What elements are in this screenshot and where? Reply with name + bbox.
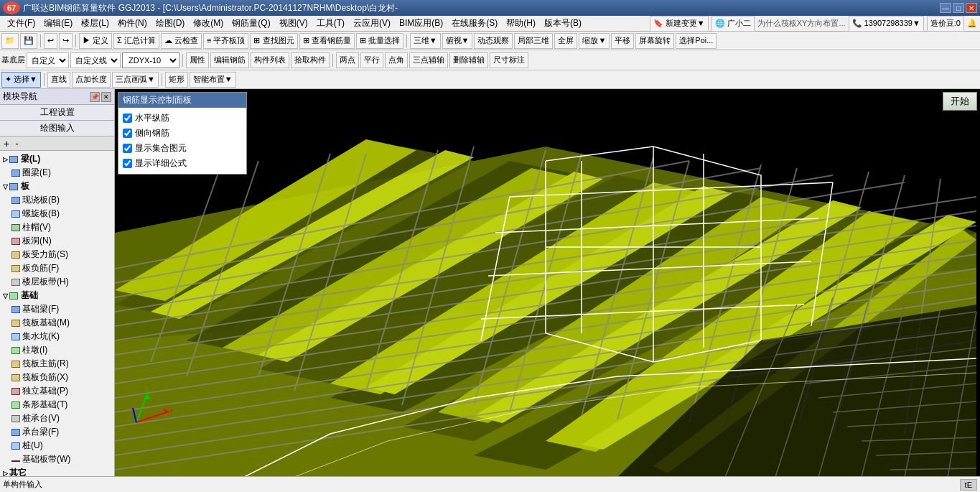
nav-item-isolated-found[interactable]: 独立基础(P) [1, 384, 113, 398]
checkbox-show-aggregate[interactable] [123, 144, 132, 153]
nav-item-found-beam[interactable]: 基础梁(F) [1, 302, 113, 316]
maximize-button[interactable]: □ [953, 3, 964, 13]
menu-help[interactable]: 帮助(H) [502, 16, 540, 31]
add-btn[interactable]: + [1, 138, 11, 149]
point-length-btn[interactable]: 点加长度 [72, 72, 111, 88]
canvas-area[interactable]: X Y 开始 钢筋显示控制面板 水平纵筋 侧向钢筋 显示集合图元 [115, 89, 980, 476]
nav-item-col-cap[interactable]: 柱帽(V) [1, 221, 113, 234]
three-point-axis-btn[interactable]: 三点辅轴 [409, 52, 448, 68]
nav-item-found-band[interactable]: 基础板带(W) [1, 452, 113, 466]
define-btn[interactable]: ▶ 定义 [79, 33, 112, 49]
local-3d-btn[interactable]: 局部三维 [514, 33, 553, 49]
select-poi-btn[interactable]: 选择Poi... [676, 33, 717, 49]
checkbox-show-formula[interactable] [123, 159, 132, 168]
bottom-tab[interactable]: tE [960, 479, 977, 491]
3d-btn[interactable]: 三维▼ [410, 33, 441, 49]
menu-floor[interactable]: 楼层(L) [77, 16, 113, 31]
nav-item-girder[interactable]: 圈梁(E) [1, 166, 113, 180]
zoom-btn[interactable]: 缩放▼ [579, 33, 610, 49]
view-rebar-btn[interactable]: ⊞ 查看钢筋量 [299, 33, 355, 49]
menu-edit[interactable]: 编辑(E) [39, 16, 77, 31]
fullscreen-btn[interactable]: 全屏 [554, 33, 577, 49]
save-btn[interactable]: 💾 [20, 33, 37, 49]
nav-item-pile-cap[interactable]: 桩承台(V) [1, 412, 113, 425]
open-btn[interactable]: 📁 [1, 33, 19, 49]
menu-file[interactable]: 文件(F) [3, 16, 39, 31]
redo-btn[interactable]: ↪ [59, 33, 73, 49]
layer-select[interactable]: 自定义 [27, 52, 69, 68]
nav-item-slab-rebar[interactable]: 板受力筋(S) [1, 248, 113, 261]
nav-section-other[interactable]: ▷ 其它 [1, 466, 113, 476]
guang-xiaoe-btn[interactable]: 🌐 广小二 [711, 16, 755, 32]
nav-item-strip-found[interactable]: 条形基础(T) [1, 398, 113, 412]
close-button[interactable]: ✕ [966, 3, 977, 13]
panel-close-btn[interactable]: ✕ [101, 92, 111, 102]
nav-item-sump[interactable]: 集水坑(K) [1, 330, 113, 343]
start-button[interactable]: 开始 [943, 92, 977, 111]
topview-btn[interactable]: 俯视▼ [442, 33, 473, 49]
menu-cloud[interactable]: 云应用(V) [349, 16, 395, 31]
nav-item-pile[interactable]: 桩(U) [1, 439, 113, 452]
property-btn[interactable]: 属性 [186, 52, 209, 68]
cloud-check-btn[interactable]: ☁ 云检查 [161, 33, 202, 49]
smart-layout-btn[interactable]: 智能布置▼ [190, 72, 236, 88]
nav-item-cast-slab[interactable]: 现浇板(B) [1, 193, 113, 207]
nav-item-raft-main-rebar[interactable]: 筏板主筋(R) [1, 357, 113, 371]
nav-item-raft-neg-rebar[interactable]: 筏板负筋(X) [1, 371, 113, 384]
menu-version[interactable]: 版本号(B) [540, 16, 586, 31]
rect-btn[interactable]: 矩形 [165, 72, 188, 88]
nav-item-slab-neg-rebar[interactable]: 板负筋(F) [1, 261, 113, 275]
menu-bim[interactable]: BIM应用(B) [395, 16, 447, 31]
nav-section-slab[interactable]: ▽ 板 [1, 180, 113, 193]
batch-select-btn[interactable]: ⊞ 批量选择 [356, 33, 403, 49]
minus-btn[interactable]: - [13, 138, 21, 149]
find-elem-btn[interactable]: ⊞ 查找图元 [250, 33, 297, 49]
parallel-btn[interactable]: 平行 [360, 52, 383, 68]
nav-item-floor-band[interactable]: 楼层板带(H) [1, 275, 113, 289]
menu-component[interactable]: 构件(N) [113, 16, 151, 31]
menu-modify[interactable]: 修改(M) [189, 16, 228, 31]
arc-btn[interactable]: 三点画弧▼ [112, 72, 159, 88]
custom-line-select[interactable]: 自定义线 [70, 52, 121, 68]
phone-btn[interactable]: 📞 13907298339▼ [849, 16, 924, 32]
screen-rotate-btn[interactable]: 屏幕旋转 [635, 33, 674, 49]
align-top-btn[interactable]: ≡ 平齐板顶 [203, 33, 248, 49]
engineering-setup-btn[interactable]: 工程设置 [0, 105, 114, 121]
edit-rebar-btn[interactable]: 编辑钢筋 [210, 52, 249, 68]
point-angle-btn[interactable]: 点角 [385, 52, 408, 68]
delete-axis-btn[interactable]: 删除辅轴 [449, 52, 488, 68]
sum-calc-btn[interactable]: Σ 汇总计算 [113, 33, 159, 49]
component-list-btn[interactable]: 构件列表 [251, 52, 289, 68]
menu-tools[interactable]: 工具(T) [312, 16, 349, 31]
sep5 [332, 54, 333, 67]
checkbox-lateral-rebar[interactable] [123, 129, 132, 138]
undo-btn[interactable]: ↩ [44, 33, 57, 49]
drawing-input-btn[interactable]: 绘图输入 [0, 121, 114, 136]
nav-item-cap-beam[interactable]: 承台梁(F) [1, 425, 113, 439]
zdyx-select[interactable]: ZDYX-10 [122, 52, 179, 68]
pick-component-btn[interactable]: 拾取构件 [291, 52, 330, 68]
menu-online[interactable]: 在线服务(S) [447, 16, 502, 31]
nav-item-raft-found[interactable]: 筏板基础(M) [1, 316, 113, 330]
two-point-btn[interactable]: 两点 [336, 52, 359, 68]
dynamic-obs-btn[interactable]: 动态观察 [474, 33, 513, 49]
menu-rebar[interactable]: 钢筋量(Q) [228, 16, 274, 31]
menu-draw[interactable]: 绘图(D) [151, 16, 190, 31]
line-btn[interactable]: 直线 [47, 72, 70, 88]
panel-pin-btn[interactable]: 📌 [90, 92, 100, 102]
menubar: 文件(F) 编辑(E) 楼层(L) 构件(N) 绘图(D) 修改(M) 钢筋量(… [0, 16, 980, 32]
cost-btn[interactable]: 造价豆:0 [927, 16, 964, 32]
nav-section-beam[interactable]: ▷ 梁(L) [1, 152, 113, 166]
nav-item-slab-hole[interactable]: 板洞(N) [1, 234, 113, 248]
select-dropdown-btn[interactable]: ✦ 选择▼ [1, 72, 41, 88]
nav-section-foundation[interactable]: ▽ 基础 [1, 289, 113, 302]
minimize-button[interactable]: — [940, 3, 951, 13]
bell-icon[interactable]: 🔔 [967, 19, 977, 28]
menu-view[interactable]: 视图(V) [275, 16, 312, 31]
checkbox-horizontal-rebar[interactable] [123, 113, 132, 123]
nav-item-col-pier[interactable]: 柱墩(I) [1, 343, 113, 357]
pan-btn[interactable]: 平移 [611, 33, 634, 49]
dimension-btn[interactable]: 尺寸标注 [490, 52, 528, 68]
nav-item-spiral-slab[interactable]: 螺旋板(B) [1, 207, 113, 221]
new-change-btn[interactable]: 🔖 新建变更▼ [650, 16, 709, 32]
